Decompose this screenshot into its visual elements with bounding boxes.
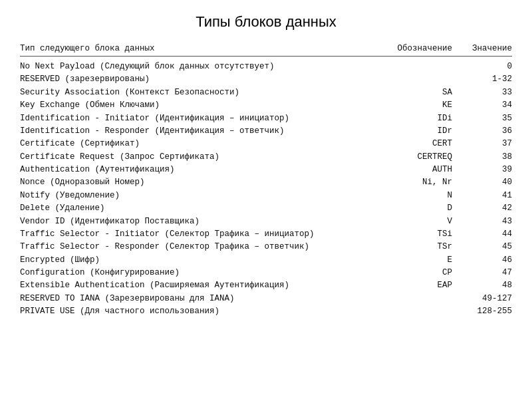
row-abbr: E (392, 254, 459, 267)
table-header: Тип следующего блока данных Обозначение … (20, 44, 512, 57)
row-abbr: CERT (392, 138, 459, 150)
table-row: Vendor ID (Идентификатор Поставщика)V43 (20, 215, 512, 228)
row-abbr (392, 61, 459, 73)
row-value: 0 (459, 61, 512, 73)
row-description: Configuration (Конфигурирование) (20, 267, 392, 279)
table-row: Traffic Selector - Responder (Селектор Т… (20, 241, 512, 253)
table-row: Certificate (Сертификат)CERT37 (20, 138, 512, 150)
row-description: Certificate (Сертификат) (20, 138, 392, 150)
row-value: 128-255 (459, 305, 512, 318)
table-row: Delete (Удаление)D42 (20, 202, 512, 215)
table-row: Encrypted (Шифр)E46 (20, 254, 512, 267)
row-description: Traffic Selector - Initiator (Селектор Т… (20, 228, 392, 241)
table-row: Extensible Authentication (Расширяемая А… (20, 279, 512, 292)
table-row: RESERVED TO IANA (Зарезервированы для IA… (20, 293, 512, 305)
row-abbr: SA (392, 86, 459, 99)
row-description: RESERVED (зарезервированы) (20, 73, 392, 86)
row-value: 40 (459, 176, 512, 189)
table-row: Identification - Initiator (Идентификаци… (20, 112, 512, 125)
table-row: PRIVATE USE (Для частного использования)… (20, 305, 512, 318)
row-description: Traffic Selector - Responder (Селектор Т… (20, 241, 392, 253)
table-body: No Next Payload (Следующий блок данных о… (20, 61, 512, 319)
row-abbr (392, 73, 459, 86)
data-table: Тип следующего блока данных Обозначение … (20, 44, 512, 319)
row-abbr: TSi (392, 228, 459, 241)
row-description: Security Association (Контекст Безопасно… (20, 86, 392, 99)
row-abbr: IDi (392, 112, 459, 125)
row-description: PRIVATE USE (Для частного использования) (20, 305, 392, 318)
row-description: Notify (Уведомление) (20, 190, 392, 202)
row-description: Authentication (Аутентификация) (20, 164, 392, 176)
row-description: No Next Payload (Следующий блок данных о… (20, 61, 392, 73)
table-row: Nonce (Одноразовый Номер)Ni, Nr40 (20, 176, 512, 189)
row-abbr: CP (392, 267, 459, 279)
row-value: 35 (459, 112, 512, 125)
row-abbr: D (392, 202, 459, 215)
row-value: 48 (459, 279, 512, 292)
row-abbr: V (392, 215, 459, 228)
row-value: 39 (459, 164, 512, 176)
row-description: RESERVED TO IANA (Зарезервированы для IA… (20, 293, 392, 305)
row-description: Extensible Authentication (Расширяемая А… (20, 279, 392, 292)
row-description: Vendor ID (Идентификатор Поставщика) (20, 215, 392, 228)
row-description: Encrypted (Шифр) (20, 254, 392, 267)
table-row: Key Exchange (Обмен Ключами)KE34 (20, 99, 512, 112)
table-row: No Next Payload (Следующий блок данных о… (20, 61, 512, 73)
row-value: 46 (459, 254, 512, 267)
row-abbr (392, 305, 459, 318)
row-abbr: CERTREQ (392, 151, 459, 164)
row-abbr: KE (392, 99, 459, 112)
row-abbr: EAP (392, 279, 459, 292)
row-value: 44 (459, 228, 512, 241)
row-abbr: TSr (392, 241, 459, 253)
row-description: Identification - Initiator (Идентификаци… (20, 112, 392, 125)
row-value: 49-127 (459, 293, 512, 305)
table-row: Identification - Responder (Идентификаци… (20, 125, 512, 138)
table-row: Traffic Selector - Initiator (Селектор Т… (20, 228, 512, 241)
row-description: Delete (Удаление) (20, 202, 392, 215)
header-col1: Тип следующего блока данных (20, 44, 392, 53)
row-value: 33 (459, 86, 512, 99)
row-value: 38 (459, 151, 512, 164)
table-row: Configuration (Конфигурирование)CP47 (20, 267, 512, 279)
table-row: Certificate Request (Запрос Сертификата)… (20, 151, 512, 164)
row-value: 34 (459, 99, 512, 112)
header-col3: Значение (459, 44, 512, 53)
row-value: 1-32 (459, 73, 512, 86)
table-row: RESERVED (зарезервированы)1-32 (20, 73, 512, 86)
row-value: 43 (459, 215, 512, 228)
header-col2: Обозначение (392, 44, 459, 53)
row-abbr: N (392, 190, 459, 202)
row-value: 41 (459, 190, 512, 202)
row-value: 45 (459, 241, 512, 253)
table-row: Authentication (Аутентификация)AUTH39 (20, 164, 512, 176)
row-description: Nonce (Одноразовый Номер) (20, 176, 392, 189)
row-value: 42 (459, 202, 512, 215)
row-description: Identification - Responder (Идентификаци… (20, 125, 392, 138)
table-row: Notify (Уведомление)N41 (20, 190, 512, 202)
row-description: Key Exchange (Обмен Ключами) (20, 99, 392, 112)
row-value: 37 (459, 138, 512, 150)
row-abbr: AUTH (392, 164, 459, 176)
row-value: 36 (459, 125, 512, 138)
row-abbr: IDr (392, 125, 459, 138)
row-abbr (392, 293, 459, 305)
table-row: Security Association (Контекст Безопасно… (20, 86, 512, 99)
row-value: 47 (459, 267, 512, 279)
row-abbr: Ni, Nr (392, 176, 459, 189)
page-title: Типы блоков данных (20, 13, 512, 31)
row-description: Certificate Request (Запрос Сертификата) (20, 151, 392, 164)
